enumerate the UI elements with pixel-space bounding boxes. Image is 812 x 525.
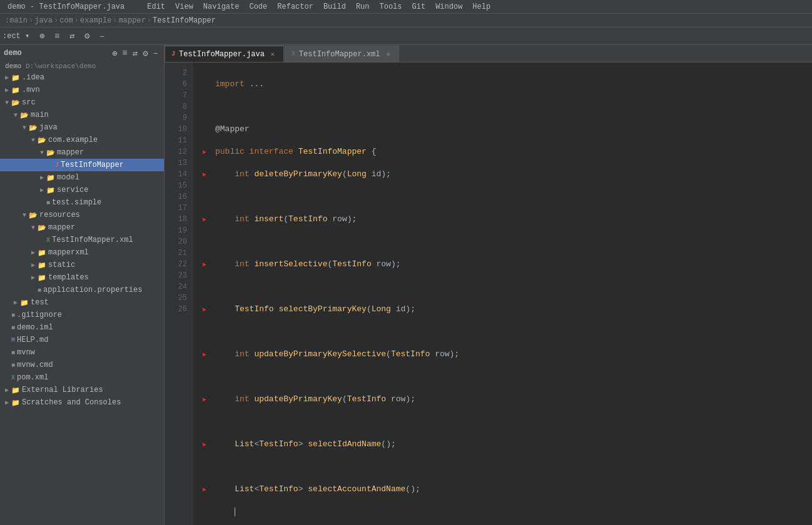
tree-label-service: service: [57, 186, 88, 194]
tree-item-com-example[interactable]: ▼ 📂 com.example: [0, 134, 164, 146]
project-select[interactable]: :ect ▾: [3, 31, 29, 41]
expand-icon-static[interactable]: ▶: [29, 261, 38, 269]
tree-item-mapperxml[interactable]: ▶ 📁 mapperxml: [0, 246, 164, 259]
tree-item-static[interactable]: ▶ 📁 static: [0, 259, 164, 271]
resources-folder-icon: 📂: [29, 211, 38, 219]
java-tab-icon: J: [171, 51, 175, 58]
expand-icon-templates[interactable]: ▶: [29, 274, 38, 281]
expand-icon-resources[interactable]: ▼: [20, 212, 29, 219]
sidebar-collapse-icon[interactable]: –: [151, 47, 160, 60]
code-content[interactable]: import ... @Mapper ▶ public interface Te…: [193, 62, 812, 525]
toolbar-minimize-icon[interactable]: –: [94, 29, 109, 44]
sidebar-add-icon[interactable]: ⊕: [110, 47, 119, 60]
tree-item-test-simple[interactable]: ■ test.simple: [0, 196, 164, 209]
tree-item-scratches[interactable]: ▶ 📁 Scratches and Consoles: [0, 396, 164, 409]
tree-item-mvnw-cmd[interactable]: ■ mvnw.cmd: [0, 359, 164, 371]
tree-item-idea[interactable]: ▶ 📁 .idea: [0, 71, 164, 84]
code-line-18: [203, 371, 812, 382]
tree-item-testinfomapper-xml[interactable]: X TestInfoMapper.xml: [0, 234, 164, 246]
code-line-8: ▶ public interface TestInfoMapper {: [203, 146, 812, 158]
menu-run[interactable]: Run: [351, 0, 375, 13]
sidebar-swap-icon[interactable]: ⇄: [131, 47, 140, 60]
tree-item-mvn[interactable]: ▶ 📁 .mvn: [0, 84, 164, 96]
tree-item-demo-iml[interactable]: ■ demo.iml: [0, 321, 164, 334]
tree-item-pom-xml[interactable]: X pom.xml: [0, 371, 164, 384]
expand-icon-ext[interactable]: ▶: [3, 386, 11, 394]
expand-icon-mapperxml[interactable]: ▶: [29, 249, 38, 256]
bc-file[interactable]: TestInfoMapper: [153, 16, 216, 25]
tree-item-resources[interactable]: ▼ 📂 resources: [0, 209, 164, 221]
tree-item-mapper-res[interactable]: ▼ 📂 mapper: [0, 221, 164, 234]
bc-mapper[interactable]: mapper: [119, 16, 146, 25]
tree-label-help-md: HELP.md: [17, 336, 48, 344]
expand-icon-main[interactable]: ▼: [11, 112, 20, 119]
toolbar-swap-icon[interactable]: ⇄: [64, 29, 79, 44]
menu-edit[interactable]: Edit: [142, 0, 170, 13]
code-editor[interactable]: 2 6 7 8 9 10 11 12 13 14 15 16 17 18 19 …: [165, 62, 812, 525]
menu-help[interactable]: Help: [467, 0, 495, 13]
tree-item-model[interactable]: ▶ 📁 model: [0, 171, 164, 184]
tree-item-service[interactable]: ▶ 📁 service: [0, 184, 164, 196]
expand-icon-model[interactable]: ▶: [38, 174, 46, 181]
expand-icon: [3, 337, 11, 344]
tab-testinfomapper-java[interactable]: J TestInfoMapper.java ✕: [165, 46, 284, 62]
main-area: demo ⊕ ≡ ⇄ ⚙ – demo D:\workspace\demo: [0, 45, 812, 525]
props-file-icon: ■: [38, 287, 41, 294]
expand-icon-service[interactable]: ▶: [38, 186, 46, 194]
bc-main[interactable]: :main: [5, 16, 28, 25]
expand-icon: [38, 199, 46, 206]
code-line-23: ▶ List<TestInfo> selectAccountAndName();: [203, 484, 812, 495]
tree-item-testinfomapper-java[interactable]: J TestInfoMapper: [0, 159, 164, 171]
code-line-15: ▶ TestInfo selectByPrimaryKey(Long id);: [203, 304, 812, 315]
bc-java[interactable]: java: [34, 16, 53, 25]
tree-item-app-props[interactable]: ■ application.properties: [0, 284, 164, 296]
expand-icon-mapper[interactable]: ▼: [38, 149, 46, 156]
tab-close-xml[interactable]: ✕: [383, 50, 392, 59]
tree-item-test[interactable]: ▶ 📁 test: [0, 296, 164, 309]
menu-refactor[interactable]: Refactor: [272, 0, 318, 13]
menu-git[interactable]: Git: [407, 0, 431, 13]
menu-view[interactable]: View: [170, 0, 198, 13]
gutter-icon-23: ▶: [203, 486, 206, 493]
tree-item-src[interactable]: ▼ 📂 src: [0, 96, 164, 109]
menu-code[interactable]: Code: [244, 0, 272, 13]
project-name: demo: [4, 49, 22, 58]
ext-libs-icon: 📁: [11, 386, 20, 394]
tree-label-java: java: [39, 123, 58, 132]
tab-close-java[interactable]: ✕: [268, 50, 277, 59]
expand-icon-src[interactable]: ▼: [3, 99, 11, 106]
file-tree: ▶ 📁 .idea ▶ 📁 .mvn ▼ 📂 src: [0, 71, 164, 525]
menu-navigate[interactable]: Navigate: [198, 0, 245, 13]
expand-icon-scratches[interactable]: ▶: [3, 399, 11, 406]
tree-item-mvnw[interactable]: ■ mvnw: [0, 346, 164, 359]
expand-icon[interactable]: ▶: [3, 74, 11, 81]
tree-item-mapper-folder[interactable]: ▼ 📂 mapper: [0, 146, 164, 159]
code-line-19: ▶ int updateByPrimaryKey(TestInfo row);: [203, 394, 812, 405]
tree-item-help-md[interactable]: M HELP.md: [0, 334, 164, 346]
tree-item-ext-libs[interactable]: ▶ 📁 External Libraries: [0, 384, 164, 396]
menu-build[interactable]: Build: [318, 0, 351, 13]
toolbar-add-icon[interactable]: ⊕: [34, 29, 49, 44]
breadcrumb: :main › java › com › example › mapper › …: [0, 14, 812, 28]
tree-item-main[interactable]: ▼ 📂 main: [0, 109, 164, 121]
expand-icon[interactable]: ▶: [3, 86, 11, 94]
static-folder-icon: 📁: [38, 261, 46, 269]
expand-icon-mapper-res[interactable]: ▼: [29, 224, 38, 231]
toolbar-settings-icon[interactable]: ⚙: [79, 29, 94, 44]
sidebar-gear-icon[interactable]: ⚙: [141, 47, 150, 60]
menu-tools[interactable]: Tools: [375, 0, 407, 13]
tree-item-templates[interactable]: ▶ 📁 templates: [0, 271, 164, 284]
bc-com[interactable]: com: [59, 16, 73, 25]
menu-window[interactable]: Window: [430, 0, 467, 13]
expand-icon-java[interactable]: ▼: [20, 124, 29, 131]
expand-icon-com[interactable]: ▼: [29, 137, 38, 144]
toolbar-list-icon[interactable]: ≡: [49, 29, 64, 44]
expand-icon: [29, 287, 38, 294]
expand-icon-test[interactable]: ▶: [11, 299, 20, 306]
tree-label-scratches: Scratches and Consoles: [22, 398, 121, 407]
sidebar-list-icon[interactable]: ≡: [120, 47, 129, 60]
tree-item-java[interactable]: ▼ 📂 java: [0, 121, 164, 134]
tab-testinfomapper-xml[interactable]: X TestInfoMapper.xml ✕: [285, 46, 400, 62]
tree-item-gitignore[interactable]: ■ .gitignore: [0, 309, 164, 321]
bc-example[interactable]: example: [80, 16, 111, 25]
